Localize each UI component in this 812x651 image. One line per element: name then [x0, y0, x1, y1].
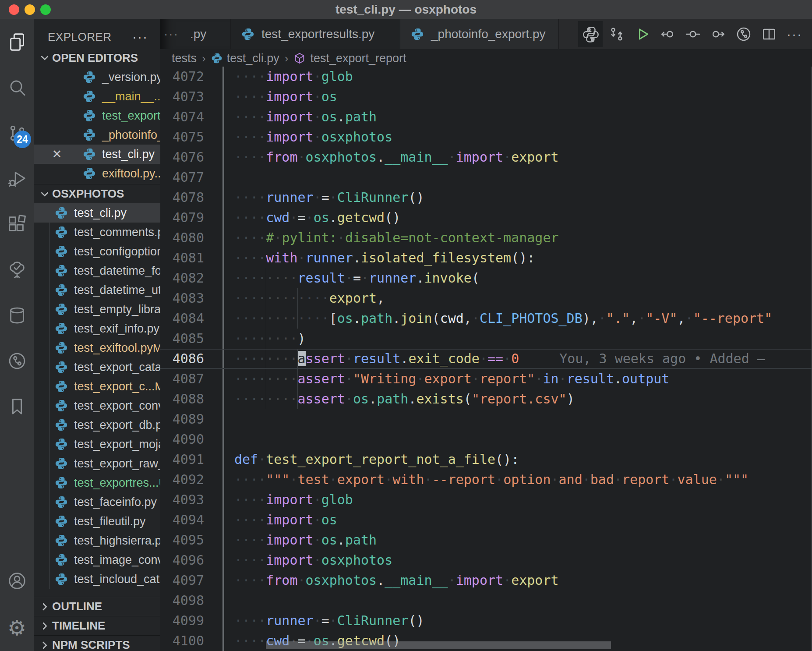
code-line[interactable]: 4090	[160, 429, 812, 449]
settings-gear-icon[interactable]: ⚙	[0, 605, 34, 651]
open-editor-item[interactable]: exiftool.py...M	[34, 164, 160, 183]
tab-photoinfo-export[interactable]: _photoinfo_export.py	[400, 19, 559, 49]
timeline-section-header[interactable]: TIMELINE	[34, 616, 160, 635]
tree-item-test-configoptions[interactable]: test_configoptions....	[34, 242, 160, 261]
extensions-icon[interactable]	[0, 202, 34, 247]
python-file-icon	[55, 283, 68, 297]
code-line[interactable]: 4083············export,	[160, 288, 812, 308]
code-line[interactable]: 4091def·test_export_report_not_a_file():	[160, 449, 812, 470]
code-line[interactable]: 4077	[160, 167, 812, 188]
code-line[interactable]: 4075····import·osxphotos	[160, 127, 812, 147]
bookmarks-icon[interactable]	[0, 384, 34, 429]
open-editors-section-header[interactable]: OPEN EDITORS	[34, 48, 160, 67]
code-line[interactable]: 4096····import·osxphotos	[160, 550, 812, 570]
breadcrumb-symbol[interactable]: test_export_report	[293, 52, 406, 65]
code-line[interactable]: 4092····"""·test·export·with·--report·op…	[160, 470, 812, 490]
tab-test-cli-partial[interactable]: ··· .py	[160, 19, 231, 49]
tree-item-test-export-catalin[interactable]: test_export_catalin...	[34, 357, 160, 377]
close-editor-icon[interactable]: ✕	[49, 147, 64, 161]
code-line[interactable]: 4087········assert·"Writing·export·repor…	[160, 369, 812, 389]
git-graph-icon[interactable]	[0, 338, 34, 384]
tree-item-test-faceinfo-py[interactable]: test_faceinfo.py	[34, 492, 160, 512]
open-working-revision-icon[interactable]	[681, 23, 704, 46]
tree-item-test-empty-library[interactable]: test_empty_library_...	[34, 300, 160, 319]
open-changes-icon[interactable]	[605, 23, 628, 46]
source-control-icon[interactable]: 24	[0, 110, 34, 156]
outline-section-header[interactable]: OUTLINE	[34, 597, 160, 616]
tree-item-test-exif-info-py[interactable]: test_exif_info.py	[34, 319, 160, 338]
python-interpreter-icon[interactable]	[578, 21, 603, 47]
line-number: 4085	[160, 329, 204, 349]
open-editor-item[interactable]: _photoinfo_...M	[34, 125, 160, 145]
tree-item-test-export-mojave[interactable]: test_export_mojave...	[34, 435, 160, 454]
tree-item-test-exportres[interactable]: test_exportres...U	[34, 473, 160, 492]
explorer-more-actions-icon[interactable]: ···	[132, 29, 148, 44]
chevron-down-icon	[38, 188, 51, 201]
code-line[interactable]: 4082········result·=·runner.invoke(	[160, 268, 812, 288]
tree-item-test-export-raw-ca[interactable]: test_export_raw_ca...	[34, 454, 160, 473]
open-editor-item[interactable]: ✕test_cli.pytests	[34, 145, 160, 164]
python-file-icon	[55, 476, 68, 489]
code-line[interactable]: 4095····import·os.path	[160, 530, 812, 550]
window-title: test_cli.py — osxphotos	[335, 3, 477, 17]
code-line[interactable]: 4085········)	[160, 329, 812, 349]
tree-item-test-export-c[interactable]: test_export_c...M	[34, 377, 160, 396]
tree-item-test-export-conver[interactable]: test_export_conver...	[34, 396, 160, 415]
code-line[interactable]: 4073····import·os	[160, 87, 812, 107]
file-name: test_fileutil.py	[74, 515, 146, 528]
code-line[interactable]: 4079····cwd·=·os.getcwd()	[160, 208, 812, 228]
code-line[interactable]: 4086········assert·result.exit_code·==·0…	[160, 349, 812, 369]
code-line[interactable]: 4097····from·osxphotos.__main__·import·e…	[160, 570, 812, 591]
code-line[interactable]: 4074····import·os.path	[160, 107, 812, 127]
breadcrumb-tests[interactable]: tests	[172, 52, 197, 65]
tree-item-test-incloud-catali[interactable]: test_incloud_catali...	[34, 570, 160, 589]
code-line[interactable]: 4089	[160, 409, 812, 429]
tree-item-test-datetime-form[interactable]: test_datetime_form...	[34, 261, 160, 280]
open-next-revision-icon[interactable]	[707, 23, 730, 46]
tree-item-test-datetime-utils[interactable]: test_datetime_utils....	[34, 280, 160, 300]
open-editor-item[interactable]: test_exportr...U	[34, 106, 160, 125]
tree-item-test-export-db-py[interactable]: test_export_db.py	[34, 415, 160, 435]
code-line[interactable]: 4084············[os.path.join(cwd,·CLI_P…	[160, 308, 812, 329]
code-line[interactable]: 4099····runner·=·CliRunner()	[160, 611, 812, 631]
tree-item-test-image-convert[interactable]: test_image_convert...	[34, 550, 160, 570]
tree-item-test-exiftool-py[interactable]: test_exiftool.pyM	[34, 338, 160, 357]
gitlens-blame-annotation: You, 3 weeks ago • Added —	[559, 351, 765, 366]
explorer-icon[interactable]	[0, 19, 34, 65]
code-line[interactable]: 4081····with·runner.isolated_filesystem(…	[160, 248, 812, 268]
tree-item-test-fileutil-py[interactable]: test_fileutil.py	[34, 512, 160, 531]
account-icon[interactable]	[0, 558, 34, 604]
code-line[interactable]: 4088········assert·os.path.exists("repor…	[160, 389, 812, 409]
search-icon[interactable]	[0, 65, 34, 110]
tree-item-test-comments-py[interactable]: test_comments.py	[34, 223, 160, 242]
tree-item-test-highsierra-py[interactable]: test_highsierra.py	[34, 531, 160, 550]
code-line[interactable]: 4094····import·os	[160, 510, 812, 530]
horizontal-scrollbar[interactable]	[266, 641, 611, 649]
run-python-file-icon[interactable]	[631, 23, 653, 46]
code-line[interactable]: 4072····import·glob	[160, 67, 812, 87]
open-editor-item[interactable]: __main__....5, M	[34, 87, 160, 106]
database-icon[interactable]	[0, 293, 34, 338]
tab-test-exportresults[interactable]: test_exportresults.py	[231, 19, 400, 49]
gitlens-graph-icon[interactable]	[732, 23, 755, 46]
close-window-button[interactable]	[9, 4, 19, 15]
minimize-window-button[interactable]	[25, 4, 35, 15]
folder-section-header[interactable]: OSXPHOTOS	[34, 184, 160, 203]
file-name: test_empty_library_...	[74, 303, 160, 316]
npm-scripts-section-header[interactable]: NPM SCRIPTS	[34, 635, 160, 651]
test-explorer-tree-icon[interactable]	[0, 247, 34, 293]
code-line[interactable]: 4093····import·glob	[160, 490, 812, 510]
code-line[interactable]: 4098	[160, 591, 812, 611]
split-editor-icon[interactable]	[758, 23, 780, 46]
run-debug-icon[interactable]	[0, 156, 34, 202]
zoom-window-button[interactable]	[40, 4, 51, 15]
open-previous-revision-icon[interactable]	[656, 23, 679, 46]
code-editor[interactable]: 4072····import·glob4073····import·os4074…	[160, 67, 812, 651]
code-line[interactable]: 4076····from·osxphotos.__main__·import·e…	[160, 147, 812, 167]
open-editor-item[interactable]: _version.pyosxp...	[34, 67, 160, 87]
code-line[interactable]: 4080····#·pylint:·disable=not-context-ma…	[160, 228, 812, 248]
tree-item-test-cli-py[interactable]: test_cli.py	[34, 203, 160, 223]
breadcrumb-file[interactable]: test_cli.py	[211, 52, 279, 65]
code-line[interactable]: 4078····runner·=·CliRunner()	[160, 188, 812, 208]
more-actions-icon[interactable]: ···	[783, 23, 806, 46]
